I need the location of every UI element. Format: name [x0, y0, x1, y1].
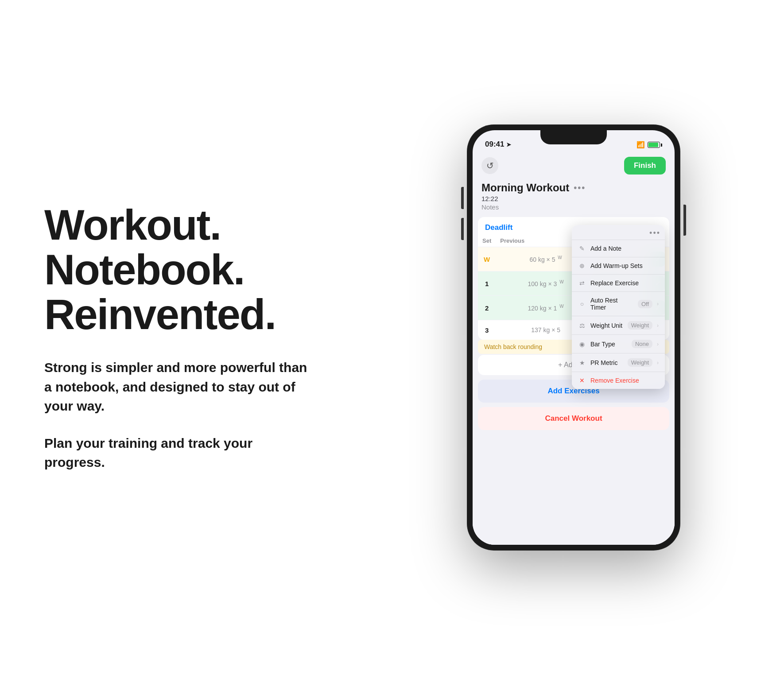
workout-title: Morning Workout [481, 182, 569, 194]
battery-icon [648, 142, 662, 148]
context-menu-header: ••• [572, 225, 665, 240]
rest-timer-value: Off [638, 300, 652, 308]
replace-icon: ⇄ [578, 279, 586, 287]
context-item-weight-unit[interactable]: ⚖ Weight Unit Weight › [572, 316, 665, 334]
exercise-scroll[interactable]: Deadlift Set Previous kg Reps [473, 213, 675, 545]
cancel-workout-label: Cancel Workout [545, 414, 602, 423]
warmup-icon: ⊕ [578, 262, 586, 269]
chevron-icon2: › [657, 322, 659, 329]
context-menu: ••• ✎ Add a Note ⊕ Add Warm-up Sets [572, 225, 665, 389]
timer-icon: ↺ [486, 160, 494, 171]
app-content: ↺ Finish Morning Workout ••• 12:22 Notes [473, 152, 675, 545]
context-item-remove[interactable]: ✕ Remove Exercise [572, 372, 665, 389]
phone-frame: 09:41 ➤ 📶 ↺ [467, 125, 680, 550]
chevron-icon4: › [657, 360, 659, 366]
cancel-workout-button[interactable]: Cancel Workout [478, 407, 669, 430]
context-item-bar-type[interactable]: ◉ Bar Type None › [572, 334, 665, 353]
set-num-1: 1 [478, 272, 496, 296]
pr-metric-icon: ★ [578, 359, 586, 366]
context-item-add-note[interactable]: ✎ Add a Note [572, 240, 665, 257]
bar-type-value: None [632, 340, 652, 348]
workout-header: Morning Workout ••• 12:22 Notes [473, 179, 675, 213]
set-num-2: 2 [478, 296, 496, 320]
exercise-section: Deadlift Set Previous kg Reps [478, 217, 669, 340]
workout-timer: 12:22 [481, 195, 666, 202]
col-set: Set [478, 235, 496, 247]
context-item-pr-metric[interactable]: ★ PR Metric Weight › [572, 353, 665, 372]
finish-button[interactable]: Finish [624, 157, 666, 175]
set-num-3: 3 [478, 320, 496, 340]
wifi-icon: 📶 [637, 141, 645, 149]
subtext1: Strong is simpler and more powerful than… [44, 358, 310, 416]
pr-metric-value: Weight [628, 358, 652, 367]
phone-screen: 09:41 ➤ 📶 ↺ [473, 130, 675, 545]
toolbar: ↺ Finish [473, 152, 675, 179]
status-icons: 📶 [637, 141, 662, 149]
set-num-w: W [478, 247, 496, 272]
right-panel: 09:41 ➤ 📶 ↺ [363, 0, 784, 675]
context-item-warmup-sets[interactable]: ⊕ Add Warm-up Sets [572, 257, 665, 274]
add-note-icon: ✎ [578, 245, 586, 252]
weight-unit-value: Weight [628, 321, 652, 330]
status-time: 09:41 ➤ [485, 140, 511, 149]
weight-unit-icon: ⚖ [578, 322, 586, 329]
chevron-icon3: › [657, 341, 659, 347]
rest-timer-icon: ○ [578, 300, 586, 307]
context-item-replace[interactable]: ⇄ Replace Exercise [572, 274, 665, 291]
bar-type-icon: ◉ [578, 341, 586, 348]
workout-notes[interactable]: Notes [481, 203, 666, 211]
context-item-rest-timer[interactable]: ○ Auto Rest Timer Off › [572, 291, 665, 316]
left-panel: Workout. Notebook. Reinvented. Strong is… [0, 0, 363, 675]
remove-icon: ✕ [578, 377, 586, 384]
subtext2: Plan your training and track your progre… [44, 434, 288, 472]
headline: Workout. Notebook. Reinvented. [44, 203, 328, 337]
timer-button[interactable]: ↺ [481, 157, 498, 174]
notch [540, 130, 607, 144]
context-more-dots: ••• [649, 229, 660, 238]
chevron-icon: › [657, 301, 659, 307]
more-dots-button[interactable]: ••• [574, 183, 586, 193]
